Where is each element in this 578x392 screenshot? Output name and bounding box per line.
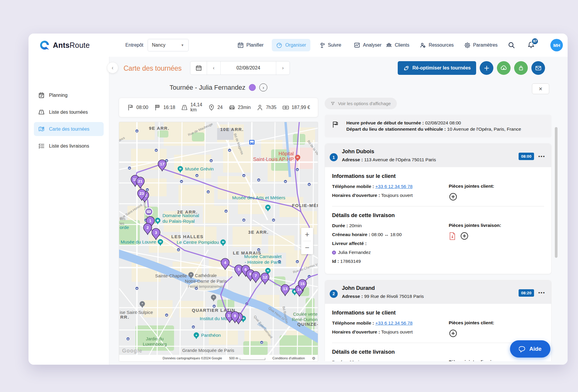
svg-text:H: H (297, 156, 299, 159)
map-label: 3E ARR. (248, 230, 269, 235)
client-attachments-label: Pièces jointes client: (449, 320, 544, 325)
display-options-button[interactable]: Voir les options d'affichage (325, 98, 397, 109)
tab-analyser[interactable]: Analyser (350, 39, 386, 51)
arrival-time-badge[interactable]: 08:20 (519, 289, 534, 297)
menu-parametres[interactable]: Paramètres (464, 42, 498, 49)
stat-item: 08:00 (127, 104, 148, 111)
date-picker: ‹ 02/08/2024 › (190, 61, 290, 75)
phone-link[interactable]: +33 6 12 34 56 78 (375, 320, 413, 325)
svg-text:M: M (296, 261, 298, 263)
menu-clients[interactable]: Clients (386, 42, 409, 49)
route-stats-bar: 08:0016:1814,14 km2423min7h35187,99 € (119, 98, 318, 117)
menu-ressources[interactable]: Ressources (419, 42, 454, 49)
panel-scrollbar[interactable] (555, 127, 558, 258)
svg-text:M: M (127, 338, 129, 340)
top-menu: ClientsRessourcesParamètres 97 MH (386, 39, 563, 51)
svg-text:M: M (155, 149, 157, 151)
add-button[interactable] (480, 61, 493, 75)
map-scale: 500 m (229, 356, 266, 360)
tab-planifier[interactable]: Planifier (233, 39, 268, 51)
delivery-attachments-label: Pièces jointes livraison: (449, 223, 544, 228)
svg-text:12: 12 (263, 275, 267, 279)
sidebar-item-liste-des-livraisons[interactable]: Liste des livraisons (34, 139, 104, 153)
svg-text:M: M (225, 210, 227, 212)
card-menu-button[interactable]: ••• (538, 154, 545, 159)
svg-text:4: 4 (224, 260, 226, 265)
warehouse-select[interactable]: Nancy ▼ (148, 39, 189, 51)
phone-link[interactable]: +33 6 12 34 56 78 (375, 184, 413, 189)
pdf-attachment-icon[interactable] (449, 232, 456, 240)
lock-button[interactable] (514, 61, 528, 75)
flag-icon (331, 121, 339, 129)
app-window: AntsRoute Entrepôt Nancy ▼ PlanifierOrga… (29, 34, 568, 365)
reoptimize-button[interactable]: Ré-optimiser les tournées (398, 61, 476, 75)
add-attachment-icon[interactable] (449, 329, 457, 338)
person-gear-icon (419, 42, 426, 49)
map-label: LES HALLES (171, 234, 203, 239)
date-next-button[interactable]: › (276, 61, 290, 75)
route-map-icon (38, 126, 45, 132)
stat-item: 187,99 € (282, 104, 310, 111)
help-button[interactable]: Aide (510, 340, 550, 358)
map-label: Luxembourg (143, 342, 167, 347)
date-value[interactable]: 02/08/2024 (221, 61, 276, 75)
map-label: Musée Grévin (185, 166, 214, 171)
svg-text:M: M (178, 249, 179, 251)
close-panel-button[interactable]: ✕ (532, 83, 549, 94)
map-label: Domaine National (162, 213, 199, 218)
map-label: Panthéon (201, 333, 221, 338)
map[interactable]: MMMMMMMMMMMMMMMMMMMMMMMMMMMMMMMM9E ARR.1… (119, 122, 318, 362)
zoom-in-button[interactable]: + (301, 228, 313, 241)
date-prev-button[interactable]: ‹ (207, 61, 221, 75)
route-color-dot[interactable] (249, 84, 256, 91)
svg-text:15: 15 (300, 282, 305, 286)
add-attachment-icon[interactable] (460, 232, 469, 240)
sidebar-item-planning[interactable]: Planning (34, 88, 104, 102)
svg-text:M: M (136, 130, 138, 132)
route-list-icon (38, 109, 45, 116)
svg-text:M: M (258, 179, 260, 181)
map-label: Cathédrale (195, 273, 217, 278)
zoom-out-button[interactable]: − (301, 241, 313, 254)
mail-button[interactable] (531, 61, 545, 75)
delivery-card-header[interactable]: 2 John Durand Adresse : 99 Rue de Rivoli… (325, 280, 551, 304)
delivery-attachments-label: Pièces jointes livraison: (449, 359, 544, 361)
route-next-button[interactable]: › (259, 83, 267, 91)
calendar-button[interactable] (190, 61, 207, 75)
tab-organiser[interactable]: Organiser (272, 39, 310, 51)
card-menu-button[interactable]: ••• (538, 290, 545, 296)
add-attachment-icon[interactable] (449, 192, 457, 201)
svg-text:M: M (243, 175, 245, 177)
export-button[interactable] (497, 61, 511, 75)
chart-icon (354, 42, 360, 48)
map-label: 9E ARR. (149, 126, 169, 131)
sidebar-item-liste-des-tournees[interactable]: Liste des tournées (34, 105, 104, 119)
search-icon[interactable] (508, 41, 515, 49)
tab-suivre[interactable]: Suivre (315, 39, 345, 51)
map-label: 10E ARR. (220, 127, 244, 132)
avatar[interactable]: MH (550, 39, 563, 51)
map-terms-link[interactable]: Conditions d'utilisation (272, 356, 305, 360)
notifications-button[interactable]: 97 (527, 41, 535, 50)
duration-row: Durée : 20min (332, 223, 449, 229)
hours-row: Horaires d'ouverture : Toujours ouvert (332, 329, 449, 335)
route-detail-panel: Voir les options d'affichage Heure prévu… (325, 97, 552, 361)
svg-text:17: 17 (160, 162, 164, 166)
clients-icon (386, 42, 392, 49)
stat-item: 14,14 km (181, 102, 202, 113)
brand-logo: AntsRoute (39, 40, 90, 50)
stat-item: 7h35 (256, 104, 277, 111)
sidebar-item-carte-des-tournees[interactable]: Carte des tournées (34, 122, 104, 136)
svg-text:23: 23 (139, 191, 144, 196)
back-button[interactable]: ‹ (107, 62, 118, 73)
svg-text:M: M (267, 206, 269, 209)
delivery-card-header[interactable]: 1 John Dubois Adresse : 113 Avenue de l'… (325, 144, 551, 167)
svg-text:M: M (267, 269, 269, 272)
arrival-time-badge[interactable]: 08:00 (519, 153, 534, 160)
map-settings-icon[interactable]: ⚙ (312, 356, 315, 361)
map-label: du Palais-Royal (162, 219, 195, 224)
header-actions: Ré-optimiser les tournées (398, 61, 545, 75)
svg-text:+: + (190, 273, 192, 276)
pin-icon (208, 104, 215, 111)
svg-text:M: M (213, 305, 215, 307)
